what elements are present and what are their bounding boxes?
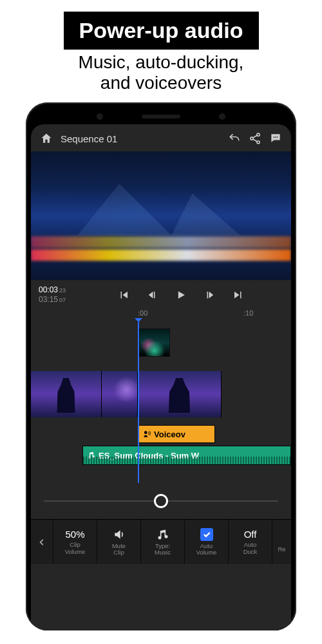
type-music-label: Type: Music [155, 543, 171, 556]
undo-icon[interactable] [228, 132, 241, 145]
skip-back-icon[interactable] [118, 289, 129, 301]
clip-volume-value: 50% [65, 529, 84, 540]
promo-subtitle-line1: Music, auto-ducking, [79, 52, 244, 72]
video-preview[interactable] [31, 151, 291, 280]
app-bar: Sequence 01 [31, 124, 291, 151]
ruler-mark: :00 [138, 309, 147, 317]
video-clip[interactable] [138, 371, 222, 417]
skip-forward-icon[interactable] [232, 289, 244, 301]
video-clip[interactable] [102, 371, 138, 417]
timecode-current-frames: 23 [59, 287, 66, 294]
app-screen: Sequence 01 00:0323 03:1507 [31, 124, 291, 630]
music-note-icon [156, 528, 169, 541]
overlay-clip[interactable] [139, 328, 170, 357]
frame-forward-icon[interactable] [204, 289, 216, 301]
phone-frame: Sequence 01 00:0323 03:1507 [26, 102, 296, 630]
timeline[interactable]: Voiceov ES_Sum Clouds - Sum W [31, 322, 291, 483]
auto-volume-tool[interactable]: Auto Volume [184, 520, 228, 564]
mute-clip-tool[interactable]: Mute Clip [97, 520, 140, 564]
checkbox-checked-icon [200, 528, 213, 541]
phone-hardware-top [31, 109, 291, 124]
microphone-icon [142, 430, 151, 439]
volume-icon [113, 528, 126, 541]
clip-volume-tool[interactable]: 50% Clip Volume [53, 520, 97, 564]
main-video-track[interactable] [31, 371, 291, 417]
more-tool-label: Re [278, 546, 285, 553]
audio-tool-bar: 50% Clip Volume Mute Clip Type: Music Au… [31, 519, 291, 564]
timecode-duration: 03:15 [39, 295, 58, 304]
auto-duck-label: Auto Duck [243, 542, 258, 555]
auto-duck-value: Off [244, 529, 257, 540]
more-tool[interactable]: Re [272, 520, 291, 564]
music-clip-label: ES_Sum Clouds - Sum W [99, 451, 199, 460]
back-button[interactable] [31, 520, 53, 564]
timecode-display: 00:0323 03:1507 [39, 285, 66, 304]
svg-point-6 [144, 431, 147, 434]
clip-volume-label: Clip Volume [65, 542, 86, 555]
home-icon[interactable] [40, 132, 53, 145]
transport-bar: 00:0323 03:1507 [31, 280, 291, 307]
voiceover-track[interactable]: Voiceov [31, 425, 291, 443]
playhead[interactable] [138, 322, 139, 483]
zoom-handle[interactable] [154, 494, 168, 508]
svg-point-3 [274, 137, 275, 138]
music-note-icon [87, 451, 96, 460]
svg-point-5 [277, 137, 278, 138]
type-music-tool[interactable]: Type: Music [140, 520, 184, 564]
auto-duck-tool[interactable]: Off Auto Duck [228, 520, 272, 564]
mute-clip-label: Mute Clip [112, 543, 126, 556]
auto-volume-label: Auto Volume [196, 543, 217, 556]
voiceover-clip[interactable]: Voiceov [138, 425, 215, 443]
timecode-duration-frames: 07 [59, 297, 66, 303]
music-track[interactable]: ES_Sum Clouds - Sum W [31, 446, 291, 465]
promo-subtitle: Music, auto-ducking, and voiceovers [0, 52, 322, 93]
video-clip[interactable] [31, 371, 102, 417]
ruler-mark: :10 [243, 309, 253, 317]
overlay-track[interactable] [31, 328, 291, 359]
share-icon[interactable] [249, 132, 261, 145]
timecode-current: 00:03 [39, 285, 58, 294]
voiceover-clip-label: Voiceov [154, 430, 185, 439]
music-clip[interactable]: ES_Sum Clouds - Sum W [82, 446, 291, 465]
sequence-title[interactable]: Sequence 01 [61, 133, 117, 144]
timeline-ruler[interactable]: :00 :10 [31, 307, 291, 322]
zoom-slider[interactable] [31, 483, 291, 519]
promo-title: Power-up audio [64, 12, 259, 50]
promo-subtitle-line2: and voiceovers [100, 73, 222, 93]
svg-point-4 [275, 137, 276, 138]
comment-icon[interactable] [269, 132, 282, 145]
frame-back-icon[interactable] [146, 289, 158, 301]
play-icon[interactable] [175, 289, 187, 301]
